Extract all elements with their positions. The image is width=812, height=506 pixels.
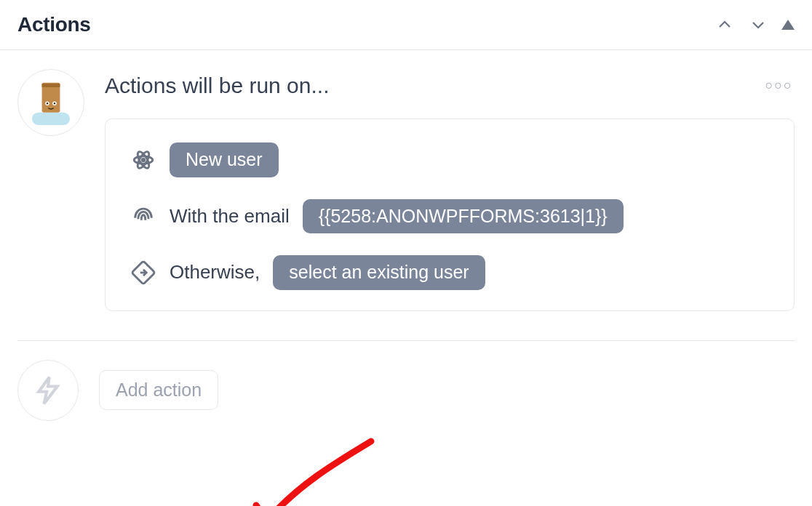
avatar: [17, 69, 84, 136]
add-action-button[interactable]: Add action: [99, 370, 218, 410]
svg-point-5: [47, 103, 48, 104]
atom-icon: [130, 147, 156, 173]
email-label: With the email: [170, 205, 290, 228]
more-menu-icon[interactable]: ○○○: [765, 75, 795, 93]
bolt-icon: [17, 360, 79, 421]
panel-title: Actions: [17, 13, 91, 36]
panel-body: Actions will be run on... ○○○ New user W…: [0, 50, 812, 421]
svg-rect-0: [32, 113, 70, 125]
fingerprint-icon: [130, 203, 156, 229]
email-token-pill[interactable]: {{5258:ANONWPFFORMS:3613|1}}: [303, 199, 624, 234]
otherwise-label: Otherwise,: [170, 261, 260, 284]
trigger-title: Actions will be run on...: [105, 69, 329, 98]
new-user-pill[interactable]: New user: [170, 142, 279, 177]
prev-button[interactable]: [715, 15, 735, 35]
action-content: Add action: [99, 360, 795, 421]
trigger-row-otherwise: Otherwise, select an existing user: [130, 255, 769, 290]
avatar-character-icon: [28, 80, 73, 125]
annotation-arrow: [247, 434, 393, 506]
next-button[interactable]: [748, 15, 768, 35]
svg-point-6: [54, 103, 55, 104]
otherwise-pill[interactable]: select an existing user: [273, 255, 485, 290]
header-controls: [715, 15, 795, 35]
panel-header: Actions: [0, 0, 812, 50]
svg-rect-2: [42, 84, 60, 87]
trigger-row-email: With the email {{5258:ANONWPFFORMS:3613|…: [130, 199, 769, 234]
collapse-button[interactable]: [781, 20, 795, 30]
trigger-row: Actions will be run on... ○○○ New user W…: [17, 50, 795, 341]
trigger-row-user: New user: [130, 142, 769, 177]
trigger-content: Actions will be run on... ○○○ New user W…: [105, 69, 795, 311]
action-row: Add action: [17, 341, 795, 421]
svg-point-7: [141, 158, 146, 162]
trigger-card: New user With the email {{5258:ANONWPFFO…: [105, 119, 795, 311]
direction-icon: [130, 260, 156, 286]
